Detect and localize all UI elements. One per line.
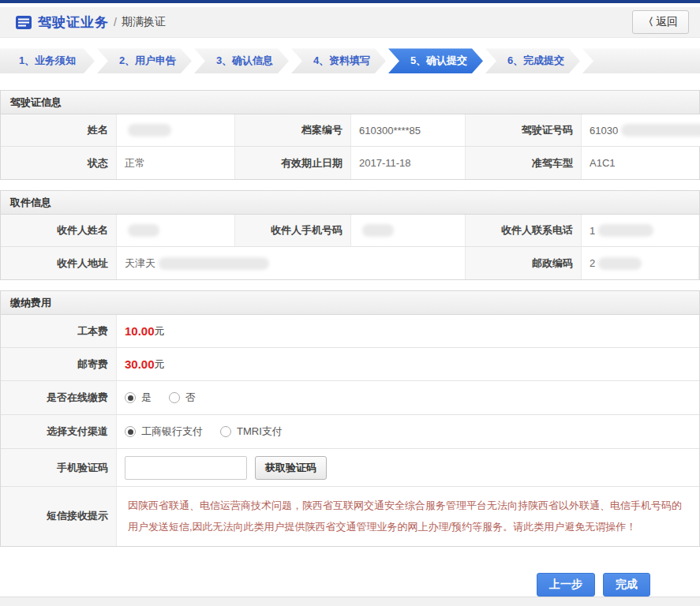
- recipient-name-value: [117, 215, 235, 247]
- license-no-value: 61030: [582, 114, 700, 147]
- license-renewal-page: 驾驶证业务 / 期满换证 〈 返回 1、业务须知 2、用户申告 3、确认信息 4…: [0, 0, 700, 606]
- sms-notice-label: 短信接收提示: [1, 487, 117, 546]
- vehicle-class-value: A1C1: [582, 147, 699, 179]
- redacted-recipient-mobile: [362, 224, 394, 237]
- finish-button[interactable]: 完成: [603, 573, 650, 597]
- back-arrow-icon: 〈: [643, 15, 653, 29]
- redacted-license-no: [621, 124, 700, 137]
- sms-code-label: 手机验证码: [1, 449, 117, 487]
- redacted-recipient-name: [128, 224, 159, 237]
- recipient-phone-value: 1: [582, 215, 699, 247]
- step-4-fill-data[interactable]: 4、资料填写: [291, 48, 386, 73]
- payment-channel-options: 工商银行支付 TMRI支付: [117, 415, 699, 449]
- get-code-button[interactable]: 获取验证码: [255, 456, 327, 480]
- expiry-value: 2017-11-18: [351, 147, 466, 179]
- redacted-recipient-phone: [598, 224, 653, 237]
- recipient-mobile-value: [351, 215, 466, 247]
- expiry-label: 有效期止日期: [235, 147, 351, 179]
- radio-online-payment-yes[interactable]: 是: [125, 391, 152, 405]
- radio-unselected-icon: [169, 392, 180, 403]
- radio-online-payment-no[interactable]: 否: [169, 391, 196, 405]
- vehicle-class-label: 准驾车型: [466, 147, 582, 179]
- sms-code-row: 获取验证码: [117, 449, 699, 487]
- license-section-title: 驾驶证信息: [1, 91, 699, 114]
- file-no-value: 610300****85: [351, 114, 466, 147]
- breadcrumb-separator: /: [114, 16, 117, 28]
- file-no-label: 档案编号: [235, 114, 351, 147]
- page-title: 驾驶证业务: [38, 13, 109, 32]
- footer-strip: [0, 597, 700, 606]
- step-wizard: 1、业务须知 2、用户申告 3、确认信息 4、资料填写 5、确认提交 6、完成提…: [0, 48, 700, 73]
- back-button-label: 返回: [656, 15, 678, 29]
- redacted-address: [159, 257, 269, 270]
- pickup-section-title: 取件信息: [1, 191, 699, 215]
- step-2-user-declaration[interactable]: 2、用户申告: [97, 48, 192, 73]
- license-info-section: 驾驶证信息 姓名 档案编号 610300****85 驾驶证号码 61030 状…: [0, 90, 700, 180]
- page-header: 驾驶证业务 / 期满换证 〈 返回: [0, 7, 700, 39]
- sms-notice-text: 因陕西省联通、电信运营商技术问题，陕西省互联网交通安全综合服务管理平台无法向持陕…: [117, 487, 699, 546]
- radio-channel-icbc[interactable]: 工商银行支付: [125, 425, 203, 439]
- online-payment-label: 是否在线缴费: [1, 381, 117, 415]
- fees-section-title: 缴纳费用: [1, 291, 699, 315]
- previous-step-button[interactable]: 上一步: [537, 573, 595, 597]
- recipient-mobile-label: 收件人手机号码: [235, 215, 351, 247]
- step-5-confirm-submit[interactable]: 5、确认提交: [388, 48, 483, 73]
- bottom-actions: 上一步 完成: [0, 547, 700, 597]
- payment-channel-label: 选择支付渠道: [1, 415, 117, 449]
- online-payment-options: 是 否: [117, 381, 699, 415]
- list-document-icon: [16, 16, 32, 29]
- postcode-label: 邮政编码: [466, 247, 582, 279]
- mailing-fee-label: 邮寄费: [1, 348, 117, 381]
- pickup-info-section: 取件信息 收件人姓名 收件人手机号码 收件人联系电话 1 收件人地址 天津天 邮…: [0, 190, 700, 280]
- step-1-business-notice[interactable]: 1、业务须知: [0, 48, 95, 73]
- production-fee-value: 10.00元: [117, 315, 699, 348]
- recipient-name-label: 收件人姓名: [1, 215, 117, 247]
- radio-selected-icon: [125, 392, 136, 403]
- recipient-phone-label: 收件人联系电话: [466, 215, 582, 247]
- name-value: [117, 114, 235, 147]
- status-label: 状态: [1, 147, 117, 179]
- license-no-label: 驾驶证号码: [466, 114, 582, 147]
- mailing-fee-value: 30.00元: [117, 348, 699, 381]
- step-wizard-filler: [582, 48, 700, 73]
- breadcrumb-current: 期满换证: [122, 15, 166, 29]
- postcode-value: 2: [582, 247, 699, 279]
- radio-selected-icon: [125, 426, 136, 437]
- production-fee-label: 工本费: [1, 315, 117, 348]
- radio-channel-tmri[interactable]: TMRI支付: [220, 425, 283, 439]
- back-button[interactable]: 〈 返回: [632, 10, 689, 34]
- radio-unselected-icon: [220, 426, 231, 437]
- name-label: 姓名: [1, 114, 117, 147]
- sms-code-input[interactable]: [125, 456, 247, 480]
- status-value: 正常: [117, 147, 235, 179]
- address-value: 天津天: [117, 247, 466, 279]
- address-label: 收件人地址: [1, 247, 117, 279]
- fees-section: 缴纳费用 工本费 10.00元 邮寄费 30.00元 是否在线缴费 是 否: [0, 290, 700, 547]
- redacted-postcode: [598, 257, 642, 270]
- redacted-name: [128, 124, 171, 137]
- step-6-complete-submit[interactable]: 6、完成提交: [485, 48, 580, 73]
- step-3-confirm-info[interactable]: 3、确认信息: [194, 48, 289, 73]
